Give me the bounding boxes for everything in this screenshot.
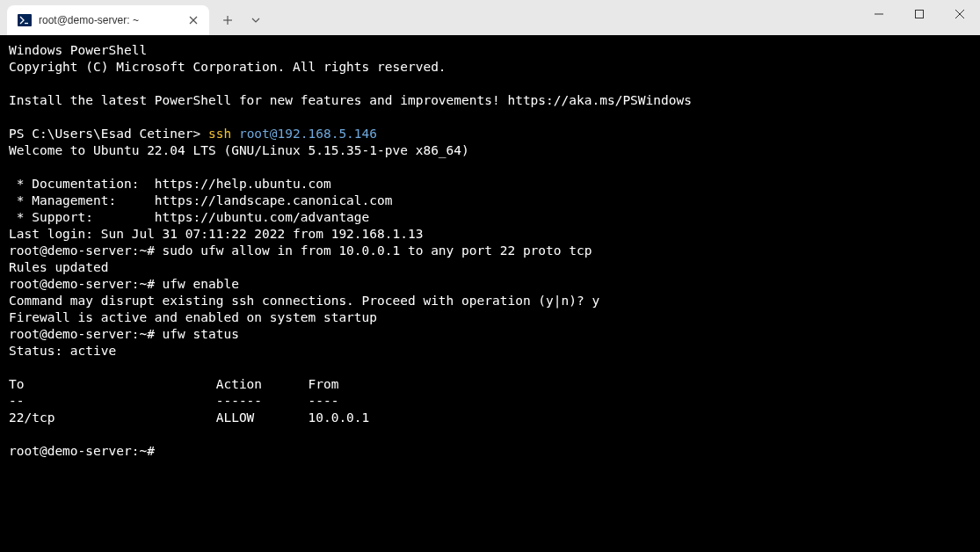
terminal-line: * Support: https://ubuntu.com/advantage (9, 209, 971, 226)
terminal-line (9, 360, 971, 376)
terminal-line (9, 159, 971, 176)
terminal-line (9, 109, 971, 126)
maximize-button[interactable] (899, 0, 940, 28)
close-window-button[interactable] (940, 0, 980, 28)
terminal-line: 22/tcp ALLOW 10.0.0.1 (9, 410, 971, 426)
terminal-line: -- ------ ---- (9, 393, 971, 410)
terminal-line: Rules updated (9, 259, 971, 276)
terminal-line: * Management: https://landscape.canonica… (9, 192, 971, 209)
titlebar: root@demo-server: ~ (0, 0, 980, 35)
terminal-line: Copyright (C) Microsoft Corporation. All… (9, 59, 971, 76)
new-tab-button[interactable] (214, 8, 241, 33)
terminal-line: * Documentation: https://help.ubuntu.com (9, 176, 971, 192)
terminal-text: * Management: https://landscape.canonica… (9, 193, 393, 207)
terminal-line: To Action From (9, 376, 971, 393)
terminal-text: Command may disrupt existing ssh connect… (9, 294, 599, 308)
tab-active[interactable]: root@demo-server: ~ (7, 5, 209, 35)
terminal-text: root@demo-server:~# ufw enable (9, 277, 239, 291)
terminal-line: Status: active (9, 343, 971, 360)
svg-rect-7 (916, 11, 924, 18)
minimize-icon (875, 10, 883, 18)
powershell-icon (18, 13, 32, 27)
terminal-text: ssh (208, 127, 239, 141)
close-icon (955, 10, 964, 18)
terminal-text: PS C:\Users\Esad Cetiner> (9, 127, 208, 141)
tab-close-button[interactable] (186, 13, 200, 27)
terminal-text: root@demo-server:~# sudo ufw allow in fr… (9, 243, 592, 258)
window-controls (859, 0, 980, 35)
terminal-cursor (163, 444, 170, 458)
terminal-text: root@demo-server:~# (9, 444, 163, 458)
terminal-line: Windows PowerShell (9, 42, 971, 59)
terminal-text: Firewall is active and enabled on system… (9, 310, 377, 324)
terminal-output[interactable]: Windows PowerShellCopyright (C) Microsof… (0, 35, 980, 552)
terminal-line (9, 426, 971, 443)
terminal-text: Last login: Sun Jul 31 07:11:22 2022 fro… (9, 227, 423, 241)
terminal-text: Install the latest PowerShell for new fe… (9, 93, 692, 107)
terminal-line: root@demo-server:~# ufw status (9, 326, 971, 343)
plus-icon (222, 15, 233, 25)
close-icon (189, 16, 198, 25)
terminal-text: Windows PowerShell (9, 43, 147, 57)
chevron-down-icon (251, 16, 260, 25)
tab-title: root@demo-server: ~ (39, 14, 179, 26)
terminal-line: Last login: Sun Jul 31 07:11:22 2022 fro… (9, 226, 971, 243)
terminal-line: Install the latest PowerShell for new fe… (9, 92, 971, 109)
terminal-text: Status: active (9, 344, 116, 358)
terminal-line: root@demo-server:~# (9, 443, 971, 460)
terminal-text: Copyright (C) Microsoft Corporation. All… (9, 60, 446, 74)
terminal-text: root@demo-server:~# ufw status (9, 327, 239, 341)
terminal-text: -- ------ ---- (9, 394, 338, 408)
terminal-text: To Action From (9, 377, 338, 391)
terminal-text: * Support: https://ubuntu.com/advantage (9, 210, 369, 224)
maximize-icon (915, 10, 924, 18)
terminal-line: Firewall is active and enabled on system… (9, 309, 971, 326)
svg-rect-0 (18, 14, 32, 26)
terminal-text: Rules updated (9, 260, 109, 274)
terminal-line (9, 76, 971, 92)
minimize-button[interactable] (859, 0, 899, 28)
terminal-line: PS C:\Users\Esad Cetiner> ssh root@192.1… (9, 126, 971, 142)
terminal-text: root@192.168.5.146 (239, 127, 377, 141)
terminal-line: root@demo-server:~# ufw enable (9, 276, 971, 293)
terminal-line: Command may disrupt existing ssh connect… (9, 293, 971, 309)
terminal-text: Welcome to Ubuntu 22.04 LTS (GNU/Linux 5… (9, 143, 469, 157)
terminal-line: Welcome to Ubuntu 22.04 LTS (GNU/Linux 5… (9, 142, 971, 159)
tab-dropdown-button[interactable] (243, 8, 269, 33)
terminal-text: 22/tcp ALLOW 10.0.0.1 (9, 410, 369, 425)
terminal-line: root@demo-server:~# sudo ufw allow in fr… (9, 243, 971, 259)
terminal-text: * Documentation: https://help.ubuntu.com (9, 177, 331, 191)
tab-actions (214, 5, 269, 35)
